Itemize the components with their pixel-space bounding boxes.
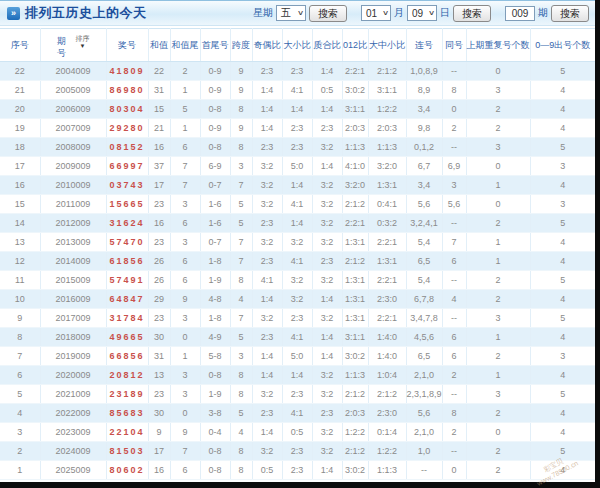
cell: 3:2 [312,366,342,385]
cell: 6 [442,347,466,366]
cell: 6 [170,461,200,480]
cell: 2 [442,423,466,442]
cell: 9 [148,423,170,442]
cell: 2:1:2 [342,195,368,214]
cell: 8 [230,385,252,404]
column-header-12: 连号 [406,29,442,62]
cell: 7 [170,157,200,176]
cell: 4 [442,290,466,309]
cell: 4 [230,290,252,309]
cell: 2008009 [40,138,106,157]
cell: 3:2 [312,423,342,442]
cell: 4 [230,423,252,442]
table-row: 152011009156652331-653:24:13:22:1:20:4:1… [0,195,595,214]
cell: 0:3:2 [368,214,406,233]
cell: 1:4 [252,81,282,100]
cell: 16 [0,176,40,195]
cell: 0 [442,100,466,119]
column-header-1[interactable]: 期号排序▼ [40,29,106,62]
cell: 14 [0,214,40,233]
cell: 2:2:1 [368,309,406,328]
cell: 8 [0,328,40,347]
cell: 1:0:4 [368,366,406,385]
cell: 4 [0,404,40,423]
cell: 3 [0,423,40,442]
table-row: 212005009869803110-991:44:10:53:0:23:1:1… [0,81,595,100]
table-row: 172009009669973776-933:25:01:44:1:03:2:0… [0,157,595,176]
cell: 5 [530,309,595,328]
table-row: 112015009574912661-984:13:23:21:3:12:2:1… [0,271,595,290]
cell: 5 [230,328,252,347]
table-row: 182008009081521660-882:32:33:21:1:31:1:3… [0,138,595,157]
cell: 1-9 [200,271,230,290]
issue-search-button[interactable]: 搜索 [551,5,589,22]
cell: 2:3 [282,442,312,461]
history-table: 序号期号排序▼奖号和值和值尾首尾号跨度奇偶比大小比质合比012比大中小比连号同号… [0,28,595,480]
day-select[interactable]: 09 ∨ [407,5,437,21]
cell: 1:3:1 [342,290,368,309]
table-row: 92017009317842331-873:22:33:21:3:12:2:13… [0,309,595,328]
cell: -- [442,442,466,461]
cell: 2:2:1 [368,271,406,290]
cell: 0 [170,404,200,423]
day-select-value: 09 [412,8,423,19]
week-label: 星期 [253,6,273,20]
prize-number-cell: 57470 [106,233,148,252]
cell: 30 [148,404,170,423]
sort-control[interactable]: 排序▼ [76,35,90,49]
prize-number-cell: 29280 [106,119,148,138]
cell: 1:4 [282,100,312,119]
cell: 2:3 [282,62,312,81]
cell: 3 [530,157,595,176]
cell: 5,6 [442,195,466,214]
cell: 0 [466,423,530,442]
cell: 23 [148,233,170,252]
cell: 2:3 [312,404,342,423]
cell: 3 [170,366,200,385]
cell: 0-9 [200,81,230,100]
cell: 5 [230,214,252,233]
cell: 4:1 [282,404,312,423]
cell: 5,6 [406,404,442,423]
cell: 1:4 [282,176,312,195]
cell: 0-9 [200,119,230,138]
week-search-button[interactable]: 搜索 [309,5,347,22]
column-header-13: 同号 [442,29,466,62]
cell: 2:3 [282,138,312,157]
cell: 1:1:3 [342,366,368,385]
cell: 0 [442,461,466,480]
chevron-down-icon: ∨ [297,9,304,17]
cell: 2024009 [40,442,106,461]
cell: 1:4 [252,347,282,366]
column-header-11: 大中小比 [368,29,406,62]
cell: 3:2 [252,385,282,404]
cell: 2 [466,347,530,366]
cell: 1:2:2 [368,100,406,119]
cell: 5 [530,62,595,81]
cell: 1:2:2 [368,442,406,461]
cell: 1 [170,347,200,366]
prize-number-cell: 81503 [106,442,148,461]
cell: 4 [530,404,595,423]
cell: 12 [0,252,40,271]
week-search-group: 星期 五 ∨ 搜索 [253,5,347,22]
cell: 5 [230,404,252,423]
month-select[interactable]: 01 ∨ [361,5,391,21]
issue-input[interactable] [505,6,535,21]
cell: 3 [170,385,200,404]
cell: 9,8 [406,119,442,138]
cell: 4 [530,290,595,309]
month-select-value: 01 [366,8,377,19]
week-select[interactable]: 五 ∨ [276,5,306,21]
cell: 1:4 [312,157,342,176]
cell: 1,0 [406,442,442,461]
table-header-row: 序号期号排序▼奖号和值和值尾首尾号跨度奇偶比大小比质合比012比大中小比连号同号… [0,29,595,62]
cell: 3 [466,138,530,157]
cell: 4-9 [200,328,230,347]
cell: 2:3 [312,119,342,138]
cell: 30 [148,328,170,347]
cell: 1 [466,233,530,252]
cell: 0 [466,157,530,176]
cell: 3:2 [312,309,342,328]
date-search-button[interactable]: 搜索 [453,5,491,22]
